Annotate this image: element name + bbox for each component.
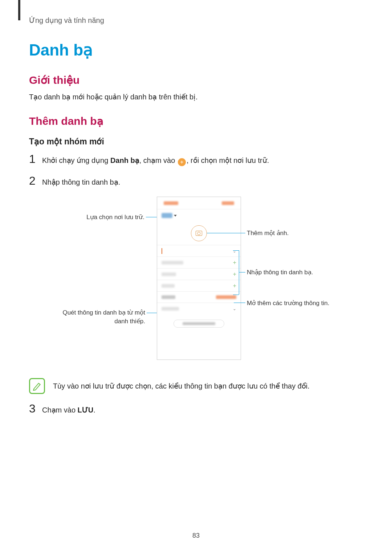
- step1-mid: , chạm vào: [139, 156, 177, 164]
- page-marker: [18, 0, 20, 20]
- field-label-redacted: [162, 284, 175, 288]
- add-photo-button[interactable]: [191, 225, 207, 241]
- callout-scan-l2: danh thiếp.: [114, 318, 145, 325]
- subsection-create-heading: Tạo một nhóm mới: [29, 137, 363, 147]
- breadcrumb: Ứng dụng và tính năng: [29, 16, 363, 25]
- cancel-redacted: [164, 201, 178, 205]
- plus-icon: +: [178, 158, 186, 166]
- step1-pre: Khởi chạy ứng dụng: [42, 156, 110, 164]
- save-redacted: [222, 201, 234, 205]
- step-2-text: Nhập thông tin danh bạ.: [42, 176, 120, 188]
- callout-enterinfo: Nhập thông tin danh bạ.: [247, 268, 313, 276]
- phone-mockup: ⌄ + + + ⌄: [157, 197, 241, 360]
- callout-scan-l1: Quét thông tin danh bạ từ một: [62, 309, 145, 316]
- step-number: 2: [29, 175, 37, 186]
- step3-after: .: [93, 406, 95, 414]
- input-field[interactable]: +: [157, 280, 241, 291]
- storage-chip: [162, 213, 172, 218]
- callout-storage: Lựa chọn nơi lưu trữ.: [65, 213, 144, 221]
- plus-icon: +: [233, 271, 236, 278]
- field-label-redacted: [162, 261, 183, 264]
- step1-bold: Danh bạ: [110, 156, 139, 164]
- page-content: Ứng dụng và tính năng Danh bạ Giới thiệu…: [0, 0, 392, 416]
- page-title: Danh bạ: [29, 41, 363, 59]
- expand-fields[interactable]: ⌄: [157, 303, 241, 315]
- step-3: 3 Chạm vào LƯU.: [29, 403, 363, 416]
- callout-morefields: Mở thêm các trường thông tin.: [247, 299, 330, 307]
- step-number: 3: [29, 403, 37, 414]
- callout-bracket: [239, 250, 239, 295]
- step-1-text: Khởi chạy ứng dụng Danh bạ, chạm vào +, …: [42, 155, 269, 166]
- callout-line: [234, 303, 245, 303]
- step-3-text: Chạm vào LƯU.: [42, 404, 95, 416]
- avatar-row: [157, 222, 241, 245]
- note-icon: [29, 378, 45, 394]
- input-field[interactable]: +: [157, 268, 241, 280]
- field-label-redacted: [162, 272, 176, 276]
- callout-line: [233, 250, 239, 251]
- figure-add-contact: Lựa chọn nơi lưu trữ. Quét thông tin dan…: [29, 197, 363, 371]
- callout-line: [239, 272, 245, 272]
- plus-icon: +: [233, 259, 236, 266]
- cursor-icon: [162, 248, 162, 254]
- scan-card-button[interactable]: [173, 320, 224, 328]
- callout-line: [233, 295, 239, 295]
- input-field[interactable]: +: [157, 257, 241, 268]
- storage-selector[interactable]: [157, 209, 241, 222]
- note-row: Tùy vào nơi lưu trữ được chọn, các kiểu …: [29, 378, 363, 394]
- step3-pre: Chạm vào: [42, 406, 78, 414]
- callout-addimage: Thêm một ảnh.: [247, 229, 289, 237]
- step1-after: , rồi chọn một nơi lưu trữ.: [187, 156, 269, 164]
- phone-topbar: [157, 197, 241, 209]
- step-2: 2 Nhập thông tin danh bạ.: [29, 175, 363, 188]
- chevron-down-icon: ⌄: [233, 249, 236, 254]
- page-number: 83: [192, 532, 200, 539]
- callout-line: [207, 233, 245, 233]
- callout-scan: Quét thông tin danh bạ từ một danh thiếp…: [38, 308, 145, 326]
- field-value-redacted: [216, 295, 236, 299]
- note-text: Tùy vào nơi lưu trữ được chọn, các kiểu …: [53, 382, 310, 390]
- step-1: 1 Khởi chạy ứng dụng Danh bạ, chạm vào +…: [29, 153, 363, 166]
- chevron-down-icon: [174, 215, 177, 217]
- plus-icon: +: [233, 283, 236, 289]
- chevron-down-icon: ⌄: [233, 306, 236, 311]
- expand-label-redacted: [162, 307, 179, 311]
- field-label-redacted: [162, 295, 175, 299]
- step-number: 1: [29, 153, 37, 165]
- step3-bold: LƯU: [78, 406, 94, 414]
- scan-label-redacted: [183, 322, 215, 325]
- name-field[interactable]: ⌄: [157, 245, 241, 257]
- section-add-heading: Thêm danh bạ: [29, 115, 363, 127]
- section-intro-body: Tạo danh bạ mới hoặc quản lý danh bạ trê…: [29, 91, 363, 102]
- input-field[interactable]: [157, 291, 241, 303]
- section-intro-heading: Giới thiệu: [29, 74, 363, 86]
- camera-icon: [196, 231, 202, 236]
